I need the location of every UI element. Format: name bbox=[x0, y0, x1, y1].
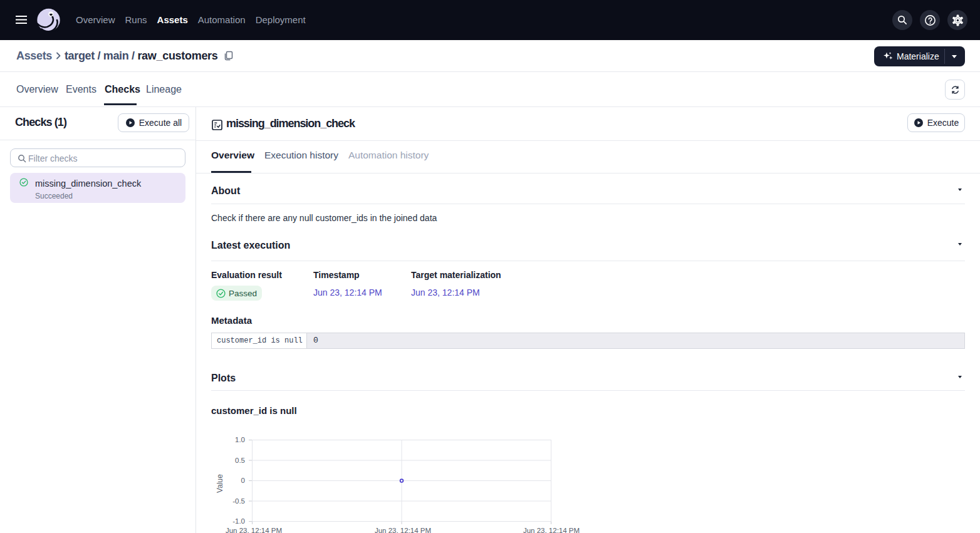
svg-text:Value: Value bbox=[216, 474, 224, 493]
svg-text:Jun 23, 12:14 PM: Jun 23, 12:14 PM bbox=[226, 527, 282, 533]
svg-text:-0.5: -0.5 bbox=[232, 497, 245, 505]
svg-text:0.5: 0.5 bbox=[235, 457, 245, 464]
svg-text:Jun 23, 12:14 PM: Jun 23, 12:14 PM bbox=[375, 527, 431, 533]
svg-text:Jun 23, 12:14 PM: Jun 23, 12:14 PM bbox=[523, 527, 580, 533]
svg-text:1.0: 1.0 bbox=[235, 436, 245, 443]
svg-text:0: 0 bbox=[241, 477, 245, 484]
svg-text:-1.0: -1.0 bbox=[232, 517, 245, 525]
